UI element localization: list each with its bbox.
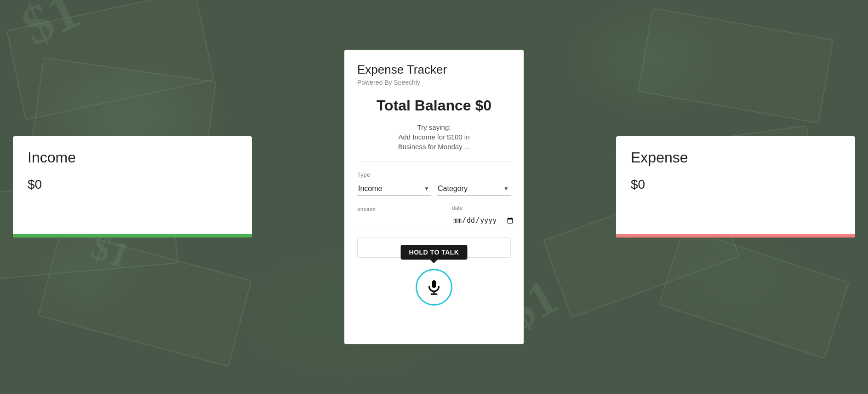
income-card-bar: [13, 234, 252, 238]
type-dropdown[interactable]: Income Expense: [357, 182, 431, 196]
date-field-wrapper: date: [452, 205, 515, 228]
date-label: date: [452, 205, 515, 211]
mic-button[interactable]: [416, 269, 452, 306]
fields-row: amount date: [357, 205, 511, 228]
expense-card: Expense $0: [616, 136, 855, 238]
app-title: Expense Tracker: [357, 63, 511, 77]
try-saying-line3: Business for Monday ...: [357, 143, 511, 151]
expense-card-title: Expense: [631, 149, 840, 166]
amount-field-wrapper: amount: [357, 206, 446, 228]
date-input[interactable]: [452, 213, 515, 228]
expense-card-amount: $0: [631, 177, 840, 192]
income-card-amount: $0: [28, 177, 237, 192]
income-card: Income $0: [13, 136, 252, 238]
total-balance: Total Balance $0: [357, 97, 511, 114]
amount-label: amount: [357, 206, 446, 213]
divider: [357, 162, 511, 162]
hold-to-talk-tooltip: HOLD TO TALK: [401, 245, 468, 260]
category-dropdown-wrapper: Category Business Personal Food Transpor…: [437, 182, 511, 196]
income-card-title: Income: [28, 149, 237, 166]
expense-card-bar: [616, 234, 855, 238]
category-dropdown[interactable]: Category Business Personal Food Transpor…: [437, 182, 511, 196]
mic-area: HOLD TO TALK: [357, 269, 511, 306]
type-dropdown-wrapper: Income Expense ▼: [357, 182, 431, 196]
amount-input[interactable]: [357, 214, 446, 228]
try-saying-line1: Try saying:: [357, 123, 511, 131]
expense-tracker-card: Expense Tracker Powered By Speechly Tota…: [344, 50, 524, 344]
type-label: Type: [357, 171, 511, 178]
main-layout: Income $0 Expense Tracker Powered By Spe…: [0, 0, 868, 394]
try-saying-line2: Add Income for $100 in: [357, 133, 511, 141]
dropdowns-row: Income Expense ▼ Category Business Perso…: [357, 182, 511, 196]
app-subtitle: Powered By Speechly: [357, 79, 511, 86]
svg-rect-0: [432, 280, 436, 288]
expense-form: Type Income Expense ▼ Category Business …: [357, 171, 511, 306]
mic-icon: [426, 279, 442, 296]
